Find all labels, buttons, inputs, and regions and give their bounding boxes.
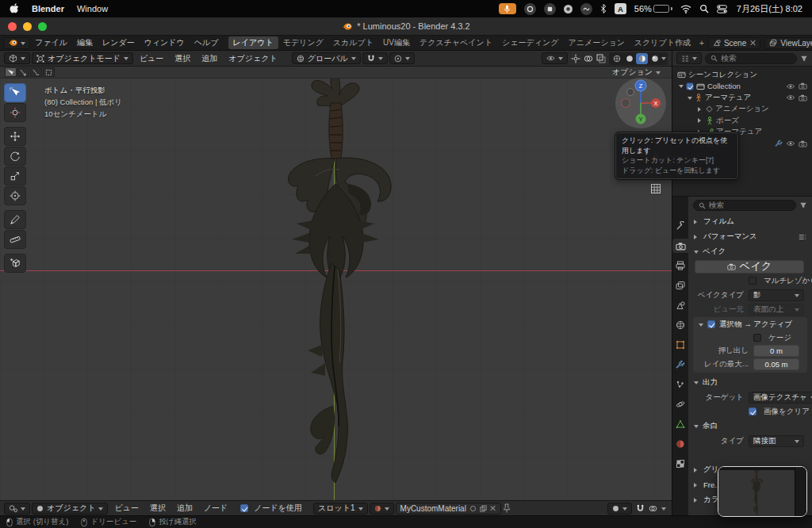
duplicate-material-icon[interactable] bbox=[480, 505, 487, 512]
pin-icon[interactable] bbox=[503, 503, 511, 513]
bluetooth-icon[interactable] bbox=[600, 4, 607, 13]
menubar-clock[interactable]: 7月26日(土) 8:02 bbox=[737, 3, 802, 15]
shader-snapping-icon[interactable] bbox=[636, 504, 645, 513]
shading-wireframe-button[interactable] bbox=[611, 53, 622, 64]
menubar-app-icon-2[interactable] bbox=[544, 3, 556, 15]
shader-type-selector[interactable]: オブジェクト bbox=[32, 503, 108, 515]
show-overlays-toggle[interactable] bbox=[584, 54, 593, 63]
expand-icon[interactable] bbox=[698, 107, 703, 112]
tool-annotate[interactable] bbox=[4, 210, 26, 229]
panel-output[interactable]: 出力 bbox=[688, 375, 812, 390]
menu-window[interactable]: ウィンドウ bbox=[140, 36, 190, 50]
show-gizmo-toggle[interactable] bbox=[571, 54, 580, 63]
viewlayer-selector[interactable]: ViewLayer bbox=[764, 37, 812, 49]
material-slot-selector[interactable]: スロット1 bbox=[313, 503, 368, 515]
tab-output[interactable] bbox=[672, 258, 688, 273]
battery-indicator[interactable]: 56% bbox=[634, 4, 672, 13]
viewport-3d[interactable]: オプション ボトム・平行投影 (80) Collection | 低ポリ 10セ… bbox=[0, 67, 672, 500]
menubar-app-icon-1[interactable] bbox=[524, 3, 536, 15]
apple-menu-icon[interactable] bbox=[10, 3, 19, 14]
tab-uv-editing[interactable]: UV編集 bbox=[378, 36, 415, 49]
proportional-editing-toggle[interactable] bbox=[389, 52, 415, 64]
window-titlebar[interactable]: * Luminous20 - Blender 4.3.2 bbox=[0, 17, 812, 36]
eye-icon[interactable] bbox=[786, 140, 795, 147]
mic-indicator-icon[interactable] bbox=[499, 3, 516, 14]
tool-add-cube[interactable] bbox=[4, 254, 26, 273]
outliner-row-pose[interactable]: ポーズ bbox=[672, 115, 812, 127]
toggle-perspective-icon[interactable] bbox=[650, 183, 661, 194]
shading-material-button[interactable] bbox=[636, 53, 648, 64]
tab-texture-paint[interactable]: テクスチャペイント bbox=[415, 36, 497, 49]
tab-object[interactable] bbox=[672, 338, 688, 352]
select-mode-invert-button[interactable] bbox=[43, 67, 55, 77]
tool-transform[interactable] bbox=[4, 186, 26, 205]
margin-type-dropdown[interactable]: 隣接面 bbox=[749, 435, 804, 447]
select-menu[interactable]: 選択 bbox=[170, 51, 195, 66]
eye-icon[interactable] bbox=[786, 94, 795, 101]
spotlight-search-icon[interactable] bbox=[699, 4, 709, 13]
menu-file[interactable]: ファイル bbox=[30, 36, 72, 50]
shading-rendered-button[interactable] bbox=[649, 53, 661, 64]
expand-icon[interactable] bbox=[679, 85, 684, 90]
menubar-app-icon-3[interactable] bbox=[564, 5, 573, 13]
close-window-button[interactable] bbox=[8, 22, 17, 31]
bake-button[interactable]: ベイク bbox=[695, 260, 804, 274]
clear-image-checkbox[interactable] bbox=[749, 407, 756, 415]
mode-selector[interactable]: オブジェクトモード bbox=[32, 52, 133, 64]
collection-checkbox[interactable] bbox=[687, 82, 694, 90]
tab-material[interactable] bbox=[672, 437, 688, 451]
editor-type-3dview[interactable] bbox=[4, 52, 30, 64]
select-mode-new-button[interactable] bbox=[5, 67, 17, 77]
minimize-window-button[interactable] bbox=[23, 22, 32, 31]
cage-checkbox[interactable] bbox=[753, 334, 761, 342]
fake-user-icon[interactable] bbox=[469, 505, 477, 512]
screen-preview-overlay[interactable] bbox=[718, 466, 807, 517]
modifier-wrench-icon[interactable] bbox=[775, 140, 783, 147]
bake-type-dropdown[interactable]: 影 bbox=[749, 289, 804, 301]
editor-type-shader[interactable] bbox=[4, 503, 30, 515]
tab-modeling[interactable]: モデリング bbox=[278, 36, 328, 49]
zoom-window-button[interactable] bbox=[38, 22, 47, 31]
outliner-row-scene-collection[interactable]: シーンコレクション bbox=[672, 69, 812, 81]
tab-physics[interactable] bbox=[672, 397, 688, 411]
editor-type-outliner[interactable] bbox=[676, 52, 702, 64]
tab-render[interactable] bbox=[672, 239, 688, 253]
target-dropdown[interactable]: 画像テクスチャ bbox=[749, 392, 812, 404]
select-mode-subtract-button[interactable] bbox=[30, 67, 42, 77]
tab-tool[interactable] bbox=[672, 219, 688, 233]
shader-preview-dropdown[interactable] bbox=[607, 503, 632, 515]
tab-animation[interactable]: アニメーション bbox=[563, 36, 629, 49]
sword-model[interactable] bbox=[268, 67, 404, 485]
menubar-menu-window[interactable]: Window bbox=[77, 4, 108, 13]
navigation-gizmo[interactable]: Z X Y bbox=[615, 76, 667, 128]
camera-icon[interactable] bbox=[799, 82, 807, 90]
menu-edit[interactable]: 編集 bbox=[72, 36, 98, 50]
outliner-row-animation[interactable]: アニメーション bbox=[672, 104, 812, 116]
shader-view-menu[interactable]: ビュー bbox=[109, 501, 143, 515]
camera-icon[interactable] bbox=[799, 140, 807, 147]
transform-orientation-selector[interactable]: グローバル bbox=[292, 52, 361, 64]
expand-icon[interactable] bbox=[688, 97, 692, 102]
tool-cursor[interactable] bbox=[4, 103, 26, 122]
shader-overlays-icon[interactable] bbox=[649, 504, 657, 513]
menu-help[interactable]: ヘルプ bbox=[190, 36, 224, 50]
tab-view-layer[interactable] bbox=[672, 278, 688, 293]
input-source-icon[interactable]: A bbox=[615, 3, 626, 14]
blender-app-menu[interactable] bbox=[3, 37, 30, 49]
panel-film[interactable]: フィルム bbox=[688, 214, 812, 229]
outliner-row-collection[interactable]: Collection bbox=[672, 81, 812, 93]
snapping-toggle[interactable] bbox=[362, 52, 388, 64]
tool-scale[interactable] bbox=[4, 166, 26, 186]
object-menu[interactable]: オブジェクト bbox=[224, 51, 282, 66]
outliner-search-input[interactable]: 検索 bbox=[705, 53, 797, 64]
object-type-visibility-dropdown[interactable] bbox=[542, 52, 568, 64]
menubar-app-name[interactable]: Blender bbox=[32, 4, 64, 13]
tab-modifiers[interactable] bbox=[672, 358, 688, 372]
material-name-field[interactable]: MyCustomMaterial bbox=[396, 503, 501, 515]
properties-filter-icon[interactable] bbox=[799, 201, 807, 209]
tab-sculpting[interactable]: スカルプト bbox=[328, 36, 378, 49]
extrusion-field[interactable]: 0 m bbox=[753, 345, 799, 357]
material-browse-dropdown[interactable] bbox=[370, 503, 394, 515]
tab-scene[interactable] bbox=[672, 298, 688, 312]
tab-scripting[interactable]: スクリプト作成 bbox=[630, 36, 695, 49]
